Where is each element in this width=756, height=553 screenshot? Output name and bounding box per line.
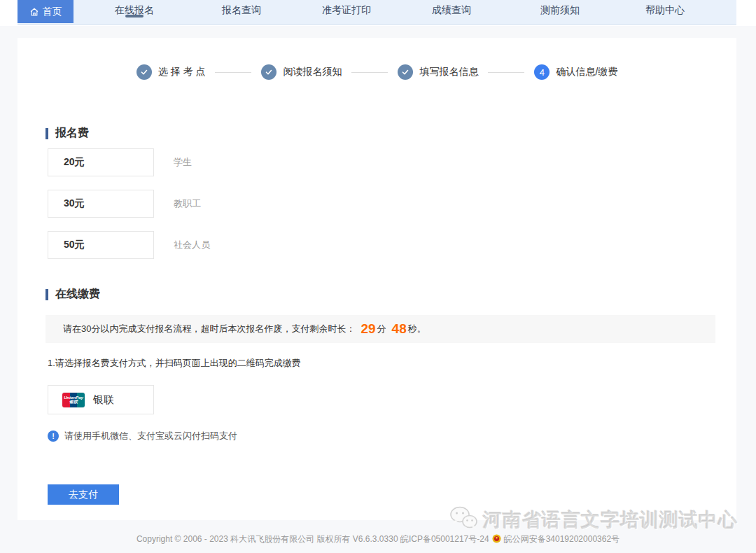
check-icon xyxy=(398,64,413,80)
step-confirm-payment: 4 确认信息/缴费 xyxy=(534,64,617,80)
fee-row-student: 20元 学生 xyxy=(48,148,192,176)
nav-item-admission-ticket-print[interactable]: 准考证打印 xyxy=(308,0,385,25)
payment-countdown-notice: 请在30分以内完成支付报名流程，超时后本次报名作废，支付剩余时长： 29 分 4… xyxy=(46,315,715,343)
police-badge-icon xyxy=(492,534,501,545)
unionpay-logo-icon: UnionPay银联 xyxy=(62,393,85,407)
payment-tip: ! 请使用手机微信、支付宝或云闪付扫码支付 xyxy=(48,430,237,442)
fee-category-label: 教职工 xyxy=(174,197,201,210)
nav-item-registration-query[interactable]: 报名查询 xyxy=(203,0,280,25)
nav-item-pretest-notice[interactable]: 测前须知 xyxy=(522,0,598,25)
step-label: 阅读报名须知 xyxy=(283,66,342,78)
go-to-pay-button[interactable]: 去支付 xyxy=(48,484,119,505)
fee-category-label: 学生 xyxy=(174,156,192,169)
police-record-text: 皖公网安备34019202000362号 xyxy=(504,533,620,545)
nav-item-home[interactable]: 首页 xyxy=(18,0,74,23)
fee-amount-box: 50元 xyxy=(48,231,154,259)
top-navigation: 首页 在线报名 报名查询 准考证打印 成绩查询 测前须知 帮助中心 xyxy=(18,0,736,25)
payment-instruction: 1.请选择报名费支付方式，并扫码页面上出现的二维码完成缴费 xyxy=(48,357,301,370)
copyright-text: Copyright © 2006 - 2023 科大讯飞股份有限公司 版权所有 … xyxy=(136,533,489,545)
payment-section-header: 在线缴费 xyxy=(46,287,100,302)
fee-category-label: 社会人员 xyxy=(174,239,210,251)
fee-section-header: 报名费 xyxy=(46,126,89,141)
nav-item-help-center[interactable]: 帮助中心 xyxy=(626,0,704,25)
step-select-test-site: 选 择 考 点 xyxy=(136,64,206,80)
section-title: 在线缴费 xyxy=(55,287,100,302)
fee-amount-box: 20元 xyxy=(48,148,154,176)
fee-amount-box: 30元 xyxy=(48,190,154,218)
nav-item-label: 测前须知 xyxy=(540,4,580,17)
countdown-minutes-unit: 分 xyxy=(377,323,386,335)
section-title: 报名费 xyxy=(55,126,89,141)
payment-method-name: 银联 xyxy=(93,393,114,407)
nav-item-label: 报名查询 xyxy=(222,4,261,17)
step-label: 选 择 考 点 xyxy=(158,66,206,78)
check-icon xyxy=(261,64,276,80)
step-connector xyxy=(488,72,524,73)
step-fill-info: 填写报名信息 xyxy=(398,64,478,80)
nav-item-label: 首页 xyxy=(43,6,62,18)
section-accent-bar xyxy=(46,128,48,139)
countdown-seconds: 48 xyxy=(392,321,407,337)
step-connector xyxy=(351,72,388,73)
payment-method-unionpay[interactable]: UnionPay银联 银联 xyxy=(48,385,154,414)
active-tab-underline xyxy=(125,15,144,18)
fee-row-public: 50元 社会人员 xyxy=(48,231,210,259)
info-icon: ! xyxy=(48,430,59,442)
step-number-badge: 4 xyxy=(534,64,550,80)
nav-item-label: 准考证打印 xyxy=(322,4,371,17)
nav-item-label: 成绩查询 xyxy=(432,4,471,17)
countdown-text: 请在30分以内完成支付报名流程，超时后本次报名作废，支付剩余时长： xyxy=(63,323,355,335)
section-accent-bar xyxy=(46,289,48,300)
countdown-seconds-unit: 秒。 xyxy=(408,323,426,335)
footer-copyright: Copyright © 2006 - 2023 科大讯飞股份有限公司 版权所有 … xyxy=(0,533,756,545)
nav-item-label: 帮助中心 xyxy=(645,4,685,17)
home-icon xyxy=(29,7,39,17)
nav-item-score-query[interactable]: 成绩查询 xyxy=(413,0,490,25)
check-icon xyxy=(136,64,152,80)
nav-item-online-registration[interactable]: 在线报名 xyxy=(96,0,173,25)
step-indicator: 选 择 考 点 阅读报名须知 填写报名信息 4 确认信息/缴费 xyxy=(18,63,736,81)
registration-card: 选 择 考 点 阅读报名须知 填写报名信息 4 确认信息/缴费 报名费 20元 … xyxy=(18,38,736,520)
step-read-notice: 阅读报名须知 xyxy=(261,64,342,80)
countdown-minutes: 29 xyxy=(360,321,375,337)
step-label: 确认信息/缴费 xyxy=(556,66,617,78)
payment-tip-text: 请使用手机微信、支付宝或云闪付扫码支付 xyxy=(64,430,237,442)
step-label: 填写报名信息 xyxy=(419,66,478,78)
fee-row-faculty: 30元 教职工 xyxy=(48,190,201,218)
step-connector xyxy=(215,72,251,73)
